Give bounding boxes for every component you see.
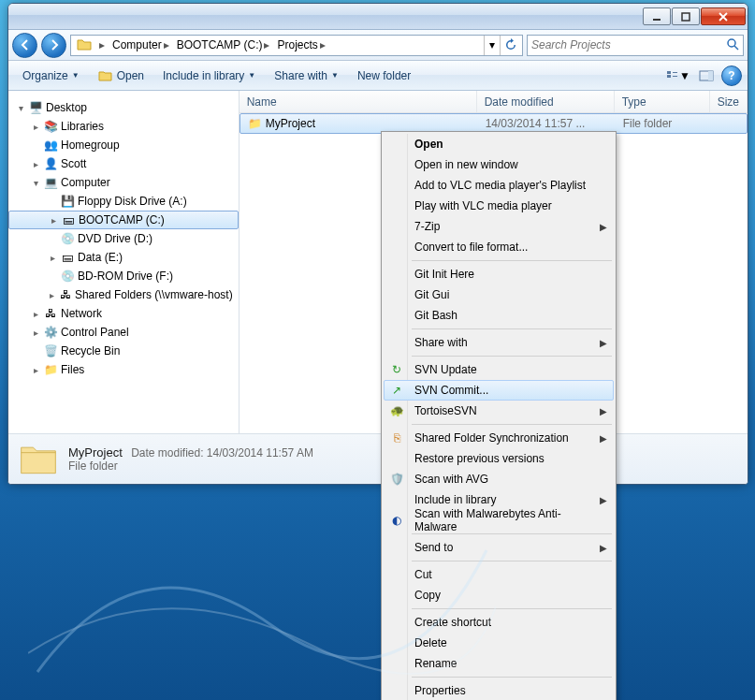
submenu-arrow-icon: ▶ [600,338,607,348]
minimize-button[interactable] [643,7,671,25]
svg-rect-8 [708,71,713,80]
tree-data[interactable]: ▸🖴Data (E:) [8,248,239,267]
details-type: File folder [68,459,313,473]
nav-bar: ▸ Computer ▸ BOOTCAMP (C:) ▸ Projects ▸ … [8,30,748,61]
command-bar: Organize ▼ Open Include in library ▼ Sha… [8,61,748,91]
tree-bdrom[interactable]: 💿BD-ROM Drive (F:) [8,267,239,285]
maximize-button[interactable] [672,7,700,25]
column-name[interactable]: Name [240,91,477,112]
menu-scan-avg[interactable]: 🛡️Scan with AVG [384,469,614,489]
breadcrumb-computer[interactable]: Computer ▸ [109,36,173,55]
libraries-icon: 📚 [42,120,59,133]
help-button[interactable]: ? [721,66,742,86]
submenu-arrow-icon: ▶ [600,543,607,553]
include-library-button[interactable]: Include in library ▼ [154,65,264,87]
column-date[interactable]: Date modified [477,91,615,112]
folder-icon: 📁 [42,363,59,376]
context-menu: Open Open in new window Add to VLC media… [381,131,617,700]
explorer-window: ▸ Computer ▸ BOOTCAMP (C:) ▸ Projects ▸ … [7,3,748,485]
details-name: MyProject [68,445,123,459]
menu-svn-update[interactable]: ↻SVN Update [384,359,614,380]
menu-convert[interactable]: Convert to file format... [384,237,614,257]
tree-recycle-bin[interactable]: 🗑️Recycle Bin [8,342,239,360]
tree-homegroup[interactable]: 👥Homegroup [8,136,239,154]
menu-open-new-window[interactable]: Open in new window [384,154,614,175]
submenu-arrow-icon: ▶ [600,433,607,444]
tree-bootcamp[interactable]: ▸🖴BOOTCAMP (C:) [8,211,239,229]
preview-pane-button[interactable] [693,66,719,86]
share-with-button[interactable]: Share with ▼ [266,65,347,87]
folder-warning-icon: 📁 [248,117,262,130]
menu-cut[interactable]: Cut [384,564,614,585]
menu-delete[interactable]: Delete [384,633,614,653]
tree-computer[interactable]: ▾💻Computer [8,173,239,192]
breadcrumb-dropdown[interactable]: ▸ [95,36,109,55]
organize-button[interactable]: Organize ▼ [14,65,88,87]
tree-files[interactable]: ▸📁Files [8,360,239,379]
tree-user[interactable]: ▸👤Scott [8,154,239,173]
menu-send-to[interactable]: Send to▶ [384,537,614,558]
menu-vlc-add[interactable]: Add to VLC media player's Playlist [384,175,614,196]
menu-vlc-play[interactable]: Play with VLC media player [384,196,614,216]
search-icon [726,37,739,53]
menu-share-with[interactable]: Share with▶ [384,332,614,353]
close-button[interactable] [701,7,746,25]
tree-control-panel[interactable]: ▸⚙️Control Panel [8,323,239,342]
menu-7zip[interactable]: 7-Zip▶ [384,216,614,237]
menu-scan-mbam[interactable]: ◐Scan with Malwarebytes Anti-Malware [384,510,614,531]
control-panel-icon: ⚙️ [42,326,59,339]
menu-svn-commit[interactable]: ↗SVN Commit... [384,380,614,401]
column-size[interactable]: Size [710,91,748,112]
svg-rect-1 [682,13,690,21]
forward-button[interactable] [41,33,66,58]
mbam-icon: ◐ [388,514,405,527]
address-history-dropdown[interactable]: ▾ [484,36,500,55]
new-folder-button[interactable]: New folder [349,65,419,87]
svn-commit-icon: ↗ [388,384,405,397]
open-button[interactable]: Open [90,65,152,87]
tree-shared[interactable]: ▸🖧Shared Folders (\\vmware-host) [8,285,239,304]
computer-icon: 💻 [42,176,59,189]
sync-icon: ⎘ [388,431,405,445]
breadcrumb-bootcamp[interactable]: BOOTCAMP (C:) ▸ [173,36,274,55]
address-bar[interactable]: ▸ Computer ▸ BOOTCAMP (C:) ▸ Projects ▸ … [70,35,523,56]
file-date: 14/03/2014 11:57 ... [478,117,616,130]
menu-open[interactable]: Open [384,134,614,154]
menu-properties[interactable]: Properties [384,680,614,700]
view-options-button[interactable]: ▼ [665,66,691,86]
menu-shared-sync[interactable]: ⎘Shared Folder Synchronization▶ [384,428,614,448]
menu-restore-versions[interactable]: Restore previous versions [384,448,614,469]
menu-tortoisesvn[interactable]: 🐢TortoiseSVN▶ [384,401,614,421]
svn-update-icon: ↻ [388,363,405,376]
column-type[interactable]: Type [615,91,710,112]
search-box[interactable] [527,35,744,56]
tree-dvd[interactable]: 💿DVD Drive (D:) [8,229,239,248]
submenu-arrow-icon: ▶ [600,495,607,505]
back-button[interactable] [12,33,37,58]
tree-floppy[interactable]: 💾Floppy Disk Drive (A:) [8,192,239,211]
svg-rect-4 [667,75,671,78]
explorer-body: ▾🖥️Desktop ▸📚Libraries 👥Homegroup ▸👤Scot… [8,91,748,433]
tree-network[interactable]: ▸🖧Network [8,304,239,323]
homegroup-icon: 👥 [42,139,59,152]
menu-create-shortcut[interactable]: Create shortcut [384,612,614,633]
folder-open-icon [98,69,113,82]
menu-rename[interactable]: Rename [384,653,614,674]
drive-icon: 🖴 [59,251,76,264]
tree-desktop[interactable]: ▾🖥️Desktop [8,98,239,117]
tree-libraries[interactable]: ▸📚Libraries [8,117,239,136]
menu-git-bash[interactable]: Git Bash [384,305,614,326]
refresh-button[interactable] [500,36,520,55]
navigation-tree[interactable]: ▾🖥️Desktop ▸📚Libraries 👥Homegroup ▸👤Scot… [8,91,240,433]
menu-git-init[interactable]: Git Init Here [384,264,614,284]
menu-copy[interactable]: Copy [384,585,614,605]
floppy-icon: 💾 [59,195,76,208]
breadcrumb-projects[interactable]: Projects ▸ [273,36,328,55]
menu-git-gui[interactable]: Git Gui [384,284,614,305]
recycle-bin-icon: 🗑️ [42,344,59,357]
svg-rect-3 [667,71,671,74]
folder-icon [18,439,59,480]
breadcrumb-label: BOOTCAMP (C:) [177,38,263,51]
search-input[interactable] [531,38,722,51]
svg-rect-0 [653,19,661,21]
